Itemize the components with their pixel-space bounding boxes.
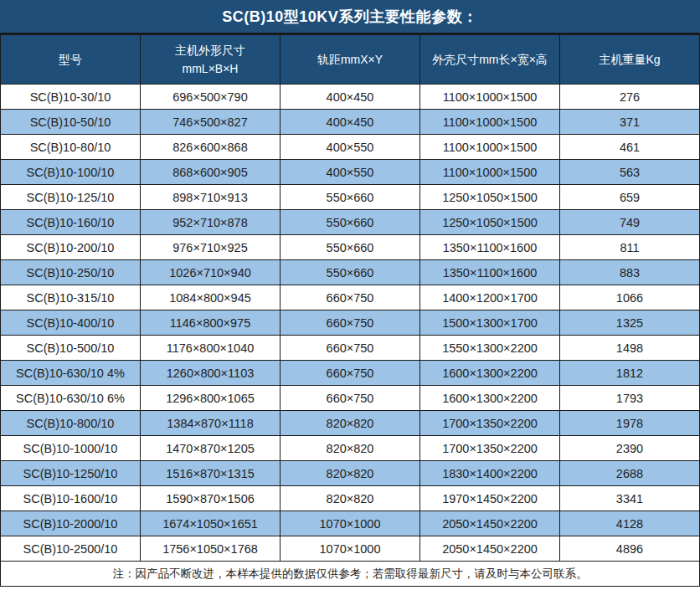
table-cell: 749	[560, 210, 700, 235]
table-cell: 898×710×913	[141, 185, 281, 210]
table-cell: 1260×800×1103	[141, 361, 281, 386]
table-cell: 1756×1050×1768	[141, 536, 281, 562]
table-cell: 660×750	[281, 386, 420, 411]
table-cell: 1100×1000×1500	[420, 110, 560, 135]
table-cell: 550×660	[281, 260, 420, 285]
table-cell: 1700×1350×2200	[420, 436, 560, 461]
table-cell: 1978	[560, 411, 700, 436]
table-cell: SC(B)10-30/10	[1, 85, 141, 110]
spec-table: 型号主机外形尺寸 mmL×B×H轨距mmX×Y外壳尺寸mm长×宽×高主机重量Kg…	[0, 34, 700, 587]
table-cell: SC(B)10-2000/10	[1, 511, 141, 536]
table-row: SC(B)10-100/10868×600×905400×5501100×100…	[1, 160, 700, 185]
table-cell: 1500×1300×1700	[420, 310, 560, 336]
table-cell: 1470×870×1205	[141, 436, 281, 461]
table-cell: 660×750	[281, 361, 420, 386]
table-cell: 820×820	[281, 486, 420, 511]
table-cell: 1400×1200×1700	[420, 285, 560, 310]
table-cell: 1084×800×945	[141, 285, 281, 310]
table-row: SC(B)10-30/10696×500×790400×4501100×1000…	[1, 85, 700, 110]
table-cell: 1700×1350×2200	[420, 411, 560, 436]
table-cell: 3341	[560, 486, 700, 511]
table-cell: 820×820	[281, 461, 420, 486]
table-row: SC(B)10-630/10 6%1296×800×1065660×750160…	[1, 386, 700, 411]
table-cell: 2050×1450×2200	[420, 511, 560, 536]
table-cell: 1674×1050×1651	[141, 511, 281, 536]
table-cell: 1070×1000	[281, 511, 420, 536]
table-cell: SC(B)10-160/10	[1, 210, 141, 235]
column-header-4: 主机重量Kg	[560, 35, 700, 85]
table-cell: SC(B)10-400/10	[1, 310, 141, 336]
column-header-1: 主机外形尺寸 mmL×B×H	[141, 35, 281, 85]
table-cell: 976×710×925	[141, 235, 281, 260]
column-header-3: 外壳尺寸mm长×宽×高	[420, 35, 560, 85]
table-cell: 1026×710×940	[141, 260, 281, 285]
table-cell: 1600×1300×2200	[420, 361, 560, 386]
table-cell: 2688	[560, 461, 700, 486]
footnote: 注：因产品不断改进，本样本提供的数据仅供参考；若需取得最新尺寸，请及时与本公司联…	[1, 562, 700, 587]
table-cell: SC(B)10-250/10	[1, 260, 141, 285]
table-row: SC(B)10-2500/101756×1050×17681070×100020…	[1, 536, 700, 562]
table-cell: 1550×1300×2200	[420, 336, 560, 361]
table-cell: 1516×870×1315	[141, 461, 281, 486]
table-cell: SC(B)10-1000/10	[1, 436, 141, 461]
table-cell: 1176×800×1040	[141, 336, 281, 361]
table-cell: SC(B)10-800/10	[1, 411, 141, 436]
table-cell: 1100×1000×1500	[420, 135, 560, 160]
table-cell: SC(B)10-50/10	[1, 110, 141, 135]
table-cell: 826×600×868	[141, 135, 281, 160]
spec-sheet: SC(B)10型10KV系列主要性能参数： 型号主机外形尺寸 mmL×B×H轨距…	[0, 0, 700, 587]
table-cell: 1100×1000×1500	[420, 160, 560, 185]
table-cell: 868×600×905	[141, 160, 281, 185]
table-cell: 696×500×790	[141, 85, 281, 110]
table-cell: 461	[560, 135, 700, 160]
table-cell: SC(B)10-80/10	[1, 135, 141, 160]
table-cell: 550×660	[281, 235, 420, 260]
table-row: SC(B)10-250/101026×710×940550×6601350×11…	[1, 260, 700, 285]
table-cell: 952×710×878	[141, 210, 281, 235]
table-row: SC(B)10-400/101146×800×975660×7501500×13…	[1, 310, 700, 336]
table-cell: 563	[560, 160, 700, 185]
table-cell: SC(B)10-630/10 4%	[1, 361, 141, 386]
table-row: SC(B)10-1000/101470×870×1205820×8201700×…	[1, 436, 700, 461]
table-body: SC(B)10-30/10696×500×790400×4501100×1000…	[1, 85, 700, 562]
table-cell: 1812	[560, 361, 700, 386]
table-cell: SC(B)10-315/10	[1, 285, 141, 310]
table-cell: 1066	[560, 285, 700, 310]
table-cell: 660×750	[281, 310, 420, 336]
table-cell: 811	[560, 235, 700, 260]
table-title: SC(B)10型10KV系列主要性能参数：	[0, 0, 700, 34]
table-cell: 1325	[560, 310, 700, 336]
table-cell: 1146×800×975	[141, 310, 281, 336]
table-row: SC(B)10-125/10898×710×913550×6601250×105…	[1, 185, 700, 210]
table-cell: 371	[560, 110, 700, 135]
table-cell: SC(B)10-125/10	[1, 185, 141, 210]
table-cell: 820×820	[281, 436, 420, 461]
table-cell: SC(B)10-1600/10	[1, 486, 141, 511]
table-cell: 1830×1400×2200	[420, 461, 560, 486]
header-row: 型号主机外形尺寸 mmL×B×H轨距mmX×Y外壳尺寸mm长×宽×高主机重量Kg	[1, 35, 700, 85]
table-cell: 276	[560, 85, 700, 110]
table-cell: 400×450	[281, 110, 420, 135]
table-cell: 659	[560, 185, 700, 210]
table-cell: 550×660	[281, 185, 420, 210]
table-cell: 550×660	[281, 210, 420, 235]
table-cell: 1600×1300×2200	[420, 386, 560, 411]
table-cell: 1070×1000	[281, 536, 420, 562]
table-cell: 4896	[560, 536, 700, 562]
table-cell: 400×550	[281, 135, 420, 160]
table-cell: 2390	[560, 436, 700, 461]
table-cell: 1350×1100×1600	[420, 260, 560, 285]
table-row: SC(B)10-1600/101590×870×1506820×8201970×…	[1, 486, 700, 511]
table-cell: SC(B)10-200/10	[1, 235, 141, 260]
table-row: SC(B)10-630/10 4%1260×800×1103660×750160…	[1, 361, 700, 386]
table-row: SC(B)10-50/10746×500×827400×4501100×1000…	[1, 110, 700, 135]
table-cell: 1793	[560, 386, 700, 411]
table-cell: 1250×1050×1500	[420, 210, 560, 235]
table-row: SC(B)10-200/10976×710×925550×6601350×110…	[1, 235, 700, 260]
table-cell: SC(B)10-1250/10	[1, 461, 141, 486]
table-cell: 1970×1450×2200	[420, 486, 560, 511]
table-cell: 1350×1100×1600	[420, 235, 560, 260]
table-cell: 883	[560, 260, 700, 285]
table-row: SC(B)10-1250/101516×870×1315820×8201830×…	[1, 461, 700, 486]
table-cell: 746×500×827	[141, 110, 281, 135]
